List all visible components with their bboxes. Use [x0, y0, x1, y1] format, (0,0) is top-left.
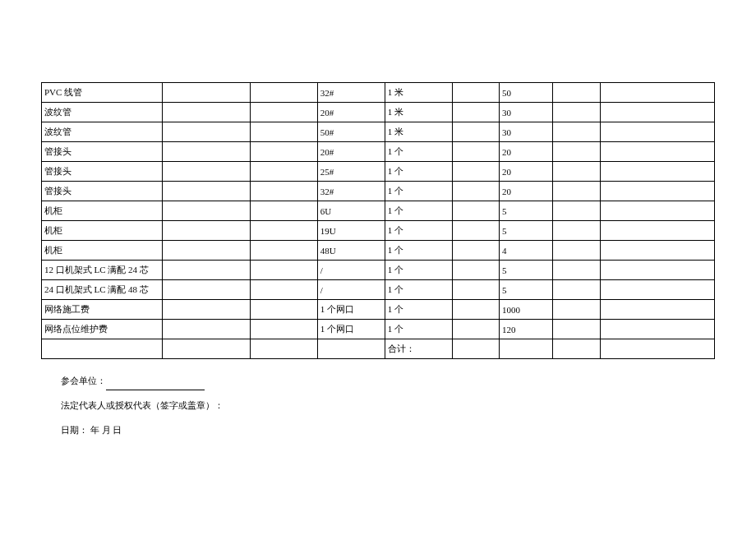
table-cell	[452, 320, 499, 339]
table-cell	[163, 221, 250, 241]
table-row: 网络点位维护费1 个网口1 个120	[42, 320, 715, 339]
table-row: 机柜48U1 个4	[42, 241, 715, 261]
table-cell: 1 米	[385, 83, 452, 103]
table-row: 24 口机架式 LC 满配 48 芯/1 个5	[42, 280, 715, 300]
table-cell	[600, 103, 714, 122]
table-cell: 1 个	[385, 221, 452, 241]
table-cell	[163, 122, 250, 142]
table-cell: 25#	[317, 162, 385, 182]
table-cell: 机柜	[42, 241, 163, 261]
table-cell: 4	[499, 241, 553, 261]
table-cell	[250, 241, 317, 261]
table-cell	[553, 201, 600, 221]
table-cell	[452, 142, 499, 162]
table-cell: PVC 线管	[42, 83, 163, 103]
table-cell	[42, 339, 163, 359]
table-cell	[600, 142, 714, 162]
table-cell: 1 个	[385, 201, 452, 221]
table-cell: 1 个	[385, 280, 452, 300]
table-cell	[553, 122, 600, 142]
table-cell	[553, 241, 600, 261]
table-cell	[452, 83, 499, 103]
table-cell	[600, 261, 714, 280]
table-cell: 1 米	[385, 122, 452, 142]
table-cell: 1 个网口	[317, 300, 385, 320]
table-cell: 30	[499, 122, 553, 142]
table-cell: 32#	[317, 83, 385, 103]
table-cell	[250, 201, 317, 221]
table-cell: 5	[499, 280, 553, 300]
table-cell	[600, 300, 714, 320]
table-cell: 5	[499, 201, 553, 221]
table-cell	[163, 201, 250, 221]
table-cell	[250, 83, 317, 103]
table-cell: 20	[499, 182, 553, 201]
table-cell	[163, 261, 250, 280]
table-cell: 管接头	[42, 162, 163, 182]
table-cell: 30	[499, 103, 553, 122]
table-cell	[317, 339, 385, 359]
table-cell: 1 个	[385, 142, 452, 162]
table-cell	[163, 339, 250, 359]
table-cell	[163, 182, 250, 201]
table-cell	[250, 142, 317, 162]
table-cell: 120	[499, 320, 553, 339]
table-cell	[553, 339, 600, 359]
table-cell	[452, 241, 499, 261]
table-cell	[600, 339, 714, 359]
table-row: 合计：	[42, 339, 715, 359]
footer-block: 参会单位： 法定代表人或授权代表（签字或盖章）： 日期： 年 月 日	[61, 371, 715, 440]
participant-label: 参会单位：	[61, 376, 106, 385]
table-cell	[553, 83, 600, 103]
table-cell	[600, 241, 714, 261]
table-cell: 19U	[317, 221, 385, 241]
table-cell	[452, 280, 499, 300]
table-cell: 1 个	[385, 241, 452, 261]
table-cell: 48U	[317, 241, 385, 261]
table-row: 波纹管50#1 米30	[42, 122, 715, 142]
table-cell	[163, 162, 250, 182]
representative-line: 法定代表人或授权代表（签字或盖章）：	[61, 395, 715, 415]
price-table: PVC 线管32#1 米50波纹管20#1 米30波纹管50#1 米30管接头2…	[41, 82, 715, 359]
table-row: PVC 线管32#1 米50	[42, 83, 715, 103]
table-cell	[250, 182, 317, 201]
table-cell	[600, 83, 714, 103]
table-row: 网络施工费1 个网口1 个1000	[42, 300, 715, 320]
table-cell	[250, 162, 317, 182]
table-cell: 50	[499, 83, 553, 103]
table-row: 管接头32#1 个20	[42, 182, 715, 201]
participant-underline	[106, 390, 205, 390]
table-cell: 1000	[499, 300, 553, 320]
table-cell	[163, 300, 250, 320]
table-cell	[553, 221, 600, 241]
table-cell: 20#	[317, 142, 385, 162]
table-cell	[553, 103, 600, 122]
table-cell: /	[317, 280, 385, 300]
table-row: 管接头20#1 个20	[42, 142, 715, 162]
table-cell: 1 米	[385, 103, 452, 122]
table-cell	[163, 103, 250, 122]
table-cell: 1 个	[385, 320, 452, 339]
table-cell	[163, 142, 250, 162]
table-cell	[600, 182, 714, 201]
table-cell	[250, 103, 317, 122]
table-cell: 12 口机架式 LC 满配 24 芯	[42, 261, 163, 280]
table-row: 12 口机架式 LC 满配 24 芯/1 个5	[42, 261, 715, 280]
table-cell: 1 个	[385, 300, 452, 320]
participant-line: 参会单位：	[61, 371, 715, 390]
table-cell: 机柜	[42, 221, 163, 241]
table-cell	[553, 280, 600, 300]
table-cell	[163, 83, 250, 103]
table-cell	[600, 221, 714, 241]
table-cell	[452, 162, 499, 182]
table-cell	[250, 221, 317, 241]
date-line: 日期： 年 月 日	[61, 420, 715, 440]
table-cell	[600, 320, 714, 339]
table-cell: 1 个	[385, 162, 452, 182]
table-cell	[452, 103, 499, 122]
table-cell: 20	[499, 142, 553, 162]
table-row: 机柜19U1 个5	[42, 221, 715, 241]
table-cell	[250, 339, 317, 359]
table-cell: 5	[499, 261, 553, 280]
table-cell	[452, 122, 499, 142]
